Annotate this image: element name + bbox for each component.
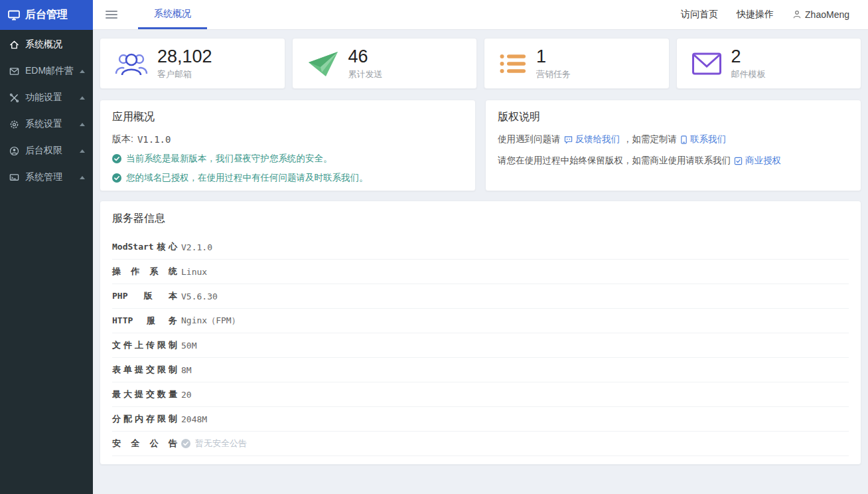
copyright-text: 请您在使用过程中始终保留版权，如需商业使用请联系我们 <box>498 155 731 167</box>
chevron-up-icon <box>80 149 85 153</box>
row-label: 最大提交数量 <box>112 388 177 400</box>
monitor-icon <box>8 10 20 21</box>
stat-value: 28,102 <box>157 46 212 67</box>
list-icon <box>499 52 527 76</box>
sidebar-item-label: 系统设置 <box>25 118 74 130</box>
envelope-icon <box>9 66 19 76</box>
sidebar-item-features[interactable]: 功能设置 <box>0 84 93 111</box>
phone-icon <box>680 135 687 144</box>
table-row: 分配内存限制 2048M <box>112 407 849 432</box>
sidebar-item-overview[interactable]: 系统概况 <box>0 31 93 58</box>
monitor-icon <box>9 173 19 183</box>
table-row: 文件上传限制 50M <box>112 333 849 358</box>
app-overview-card: 应用概况 版本: V1.1.0 当前系统是最新版本，我们昼夜守护您系统的安全。 … <box>100 100 476 191</box>
stats-row: 28,102 客户邮箱 46 累计发送 <box>100 38 861 89</box>
row-label: 安全公告 <box>112 438 177 450</box>
row-value: 2048M <box>181 414 207 424</box>
sidebar-item-edm[interactable]: EDM邮件营销 <box>0 58 93 84</box>
stat-value: 46 <box>348 46 383 67</box>
table-row: 安全公告 暂无安全公告 <box>112 432 849 456</box>
comment-icon <box>564 135 573 144</box>
status-note: 您的域名已授权，在使用过程中有任何问题请及时联系我们。 <box>126 172 368 184</box>
row-value: Linux <box>181 267 207 277</box>
stat-label: 客户邮箱 <box>157 68 212 80</box>
stat-value: 1 <box>536 46 571 67</box>
sidebar-item-label: 后台权限 <box>25 145 74 157</box>
sidebar-item-system-manage[interactable]: 系统管理 <box>0 164 93 191</box>
stat-card-total-sent: 46 累计发送 <box>292 38 478 89</box>
row-label: 文件上传限制 <box>112 339 177 351</box>
card-title: 服务器信息 <box>112 212 849 226</box>
hamburger-icon <box>106 9 117 21</box>
envelope-icon <box>691 51 722 76</box>
app-logo[interactable]: 后台管理 <box>0 0 93 30</box>
middle-row: 应用概况 版本: V1.1.0 当前系统是最新版本，我们昼夜守护您系统的安全。 … <box>100 100 861 191</box>
server-info-table: ModStart核心 V2.1.0 操作系统 Linux PHP版本 V5.6.… <box>112 235 849 456</box>
paper-plane-icon <box>307 50 339 78</box>
row-label: 表单提交限制 <box>112 364 177 376</box>
row-value: 20 <box>181 390 192 400</box>
chevron-up-icon <box>80 123 85 126</box>
users-icon <box>115 50 148 78</box>
copyright-card: 版权说明 使用遇到问题请 反馈给我们 ，如需定制请 联系我们 <box>485 100 861 191</box>
stat-card-customer-emails: 28,102 客户邮箱 <box>100 38 285 89</box>
server-info-card: 服务器信息 ModStart核心 V2.1.0 操作系统 Linux PHP版本… <box>100 201 861 465</box>
sidebar-item-label: 系统概况 <box>25 39 85 50</box>
table-row: 操作系统 Linux <box>112 260 849 284</box>
tab-label: 系统概况 <box>154 8 191 20</box>
row-value: 8M <box>181 365 192 375</box>
table-row: 最大提交数量 20 <box>112 382 849 407</box>
row-label: 操作系统 <box>112 266 177 278</box>
row-value: 暂无安全公告 <box>195 438 247 450</box>
copyright-text: ，如需定制请 <box>623 133 677 145</box>
top-bar: 系统概况 访问首页 快捷操作 ZhaoMeng <box>93 0 868 30</box>
row-label: HTTP服务 <box>112 315 177 327</box>
home-icon <box>9 40 19 50</box>
row-label: 分配内存限制 <box>112 413 177 425</box>
feedback-link[interactable]: 反馈给我们 <box>564 133 620 145</box>
version-label: 版本: <box>112 133 133 145</box>
stat-value: 2 <box>731 46 766 67</box>
row-value: Nginx（FPM） <box>181 315 240 327</box>
sidebar: 后台管理 系统概况 EDM邮件营销 功能设置 <box>0 0 93 494</box>
row-value: 50M <box>181 341 196 351</box>
stat-label: 营销任务 <box>536 68 571 80</box>
check-circle-icon <box>181 439 190 448</box>
visit-home-link[interactable]: 访问首页 <box>681 9 718 21</box>
card-title: 版权说明 <box>498 110 849 124</box>
user-icon <box>792 10 802 19</box>
sidebar-item-admin-rights[interactable]: 后台权限 <box>0 137 93 164</box>
table-row: HTTP服务 Nginx（FPM） <box>112 309 849 333</box>
row-value: V5.6.30 <box>181 291 218 301</box>
stat-label: 累计发送 <box>348 68 383 80</box>
license-link[interactable]: 商业授权 <box>734 155 781 167</box>
app-title: 后台管理 <box>25 8 68 22</box>
row-value: V2.1.0 <box>181 242 212 252</box>
chevron-up-icon <box>80 176 85 179</box>
main-content: 28,102 客户邮箱 46 累计发送 <box>93 30 868 494</box>
tab-system-overview[interactable]: 系统概况 <box>138 0 207 29</box>
user-menu[interactable]: ZhaoMeng <box>792 9 849 20</box>
user-name: ZhaoMeng <box>805 9 849 20</box>
copyright-text: 使用遇到问题请 <box>498 133 561 145</box>
gear-icon <box>9 120 19 129</box>
stat-label: 邮件模板 <box>731 68 766 80</box>
check-circle-icon <box>112 173 121 183</box>
edit-square-icon <box>734 157 743 165</box>
sidebar-toggle-button[interactable] <box>93 0 130 29</box>
status-note: 当前系统是最新版本，我们昼夜守护您系统的安全。 <box>126 153 332 165</box>
quick-actions-link[interactable]: 快捷操作 <box>737 9 774 21</box>
sidebar-item-label: 系统管理 <box>25 171 74 183</box>
contact-link[interactable]: 联系我们 <box>680 133 726 145</box>
table-row: ModStart核心 V2.1.0 <box>112 235 849 260</box>
table-row: 表单提交限制 8M <box>112 358 849 382</box>
tools-icon <box>9 93 19 103</box>
sidebar-item-system-settings[interactable]: 系统设置 <box>0 111 93 137</box>
sidebar-item-label: 功能设置 <box>25 92 74 104</box>
check-circle-icon <box>112 154 121 163</box>
user-circle-icon <box>9 146 19 156</box>
sidebar-nav: 系统概况 EDM邮件营销 功能设置 系统设置 <box>0 30 93 191</box>
topbar-right: 访问首页 快捷操作 ZhaoMeng <box>681 0 868 29</box>
chevron-up-icon <box>80 96 85 100</box>
row-label: ModStart核心 <box>112 241 177 253</box>
